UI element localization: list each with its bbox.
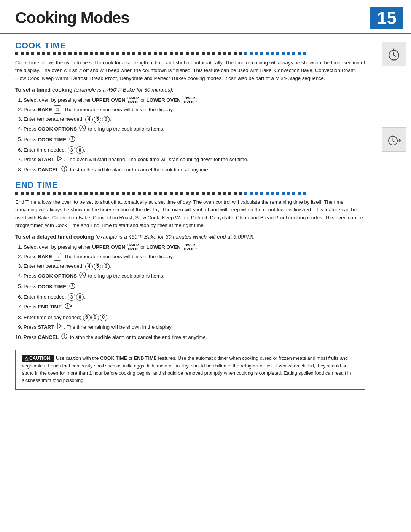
- dot: [122, 52, 125, 55]
- dot-blue: [255, 52, 258, 55]
- dot: [196, 192, 199, 195]
- dot: [132, 192, 135, 195]
- cook-time-icon: [68, 135, 76, 145]
- cook-time-step-6: Enter time needed; 30.: [24, 146, 365, 154]
- dot: [58, 192, 61, 195]
- sidebar: [377, 34, 411, 398]
- key-4: 4: [85, 116, 93, 123]
- key-0: 0: [102, 116, 110, 123]
- dot: [63, 52, 66, 55]
- upper-oven-label: UPPEROVEN: [127, 97, 139, 104]
- dot-blue: [282, 192, 285, 195]
- dot: [116, 52, 119, 55]
- dot: [148, 192, 151, 195]
- end-time-step-7: Press END TIME .: [24, 302, 365, 312]
- key-4b: 4: [85, 263, 93, 270]
- dot-blue: [303, 52, 306, 55]
- end-time-icon: [64, 302, 72, 312]
- dot: [207, 52, 210, 55]
- end-time-subheading-em: (example is a 450°F Bake for 30 minutes …: [96, 234, 255, 240]
- cook-time-subheading-bold: To set a timed cooking: [15, 87, 73, 93]
- dot: [239, 192, 242, 195]
- dot-blue: [292, 52, 295, 55]
- dot: [143, 192, 146, 195]
- key-5: 5: [94, 116, 101, 123]
- start-icon2: [56, 323, 63, 332]
- end-time-step-6: Enter time needed; 30.: [24, 293, 365, 301]
- dot: [191, 192, 194, 195]
- dot: [159, 52, 162, 55]
- dot: [186, 52, 189, 55]
- dot: [37, 192, 40, 195]
- dot-blue: [276, 52, 279, 55]
- dot: [154, 52, 157, 55]
- start-icon: [56, 155, 63, 164]
- dot: [175, 52, 178, 55]
- dot: [127, 52, 130, 55]
- end-time-subheading-bold: To set a delayed timed cooking: [15, 234, 94, 240]
- dot: [53, 192, 56, 195]
- dot: [234, 52, 237, 55]
- page-number: 15: [370, 7, 403, 29]
- dot: [63, 192, 66, 195]
- dot-row-end: [15, 192, 306, 195]
- dot: [116, 192, 119, 195]
- dot: [31, 52, 34, 55]
- dot: [26, 192, 29, 195]
- dot: [207, 192, 210, 195]
- dot-blue: [244, 192, 247, 195]
- dot: [74, 192, 77, 195]
- caution-icon-label: △CAUTION: [22, 355, 54, 362]
- cook-time-section: COOK TIME: [15, 41, 365, 175]
- dot: [159, 192, 162, 195]
- dot-blue: [287, 52, 290, 55]
- key-6: 6: [83, 314, 91, 321]
- dot-blue: [271, 192, 274, 195]
- dot: [21, 192, 24, 195]
- dot: [15, 192, 18, 195]
- cook-time-step-4: Press COOK OPTIONS to bring up the cook …: [24, 125, 365, 134]
- svg-marker-2: [58, 156, 62, 161]
- bake-key-icon2: □: [54, 253, 61, 261]
- dot: [68, 192, 72, 195]
- dot-blue: [298, 192, 301, 195]
- dot: [47, 192, 50, 195]
- cook-time-icon2: [68, 282, 76, 292]
- dot: [90, 52, 93, 55]
- dot: [138, 192, 141, 195]
- dot: [111, 192, 114, 195]
- dot: [239, 52, 242, 55]
- dot: [31, 192, 34, 195]
- dot: [90, 192, 93, 195]
- bake-key-icon: □: [54, 105, 61, 114]
- dot: [202, 52, 205, 55]
- dot: [170, 52, 173, 55]
- dot: [191, 52, 194, 55]
- cancel-icon: [61, 165, 68, 174]
- dot: [154, 192, 157, 195]
- end-time-steps: Select oven by pressing either UPPER OVE…: [24, 243, 365, 342]
- dot: [26, 52, 29, 55]
- dot: [100, 192, 104, 195]
- upper-oven-label2: UPPEROVEN: [127, 244, 139, 251]
- cook-time-step-3: Enter temperature needed; 450.: [24, 115, 365, 123]
- key-3b: 3: [68, 293, 75, 301]
- cook-time-step-1: Select oven by pressing either UPPER OVE…: [24, 96, 365, 104]
- dot-blue: [266, 192, 269, 195]
- dot: [143, 52, 146, 55]
- dot: [228, 52, 231, 55]
- dot: [47, 52, 50, 55]
- dot: [58, 52, 61, 55]
- end-time-step-5: Press COOK TIME .: [24, 282, 365, 292]
- dot: [186, 192, 189, 195]
- dot: [202, 192, 205, 195]
- lower-oven-label2: LOWEROVEN: [182, 244, 195, 251]
- lower-oven-label: LOWEROVEN: [182, 97, 195, 104]
- caution-text: Use caution with the COOK TIME or END TI…: [22, 356, 351, 383]
- dot: [212, 192, 215, 195]
- sidebar-cook-time-svg: [387, 47, 401, 61]
- dot: [122, 192, 125, 195]
- dot: [100, 52, 104, 55]
- key-0c: 0: [102, 263, 110, 270]
- dot: [223, 52, 226, 55]
